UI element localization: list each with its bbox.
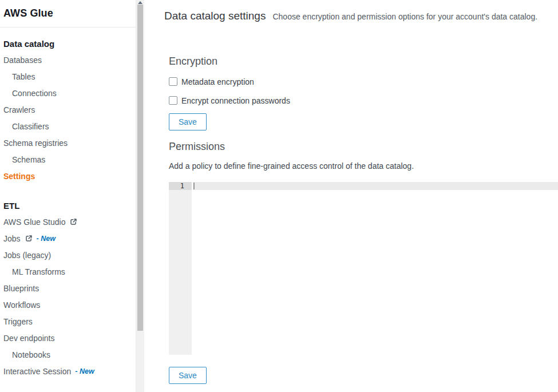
sidebar-item-label: Blueprints — [3, 284, 39, 293]
sidebar-item-ml-transforms[interactable]: ML Transforms — [3, 263, 136, 280]
sidebar-item-label: Tables — [12, 72, 35, 81]
permissions-description: Add a policy to define fine-grained acce… — [169, 161, 558, 171]
sidebar-item-notebooks[interactable]: Notebooks — [3, 346, 136, 363]
sidebar-item-label: Dev endpoints — [3, 334, 55, 343]
sidebar-item-label: Jobs (legacy) — [3, 251, 51, 260]
scrollbar-thumb[interactable] — [137, 5, 143, 331]
sidebar-nav: Data catalog DatabasesTablesConnectionsC… — [0, 39, 136, 379]
sidebar-item-jobs[interactable]: Jobs- New — [3, 230, 136, 247]
nav-list-etl: AWS Glue StudioJobs- NewJobs (legacy)ML … — [3, 213, 136, 379]
sidebar-item-label: Classifiers — [12, 122, 49, 131]
sidebar-item-label: Settings — [3, 172, 35, 181]
nav-heading-data-catalog: Data catalog — [3, 39, 136, 49]
new-badge: - New — [75, 367, 94, 375]
editor-line-number: 1 — [169, 182, 192, 190]
sidebar-item-label: Connections — [12, 89, 57, 98]
encrypt-connection-passwords-checkbox[interactable] — [169, 96, 177, 105]
encrypt-connection-passwords-checkbox-row[interactable]: Encrypt connection passwords — [169, 96, 558, 105]
sidebar-item-label: Interactive Session — [3, 367, 71, 376]
permissions-save-button[interactable]: Save — [169, 367, 207, 384]
page-title: Data catalog settings — [164, 10, 266, 22]
checkbox-label: Encrypt connection passwords — [181, 96, 290, 105]
sidebar-item-settings[interactable]: Settings — [3, 168, 136, 184]
sidebar-header: AWS Glue — [0, 0, 136, 27]
policy-editor[interactable]: 1 — [169, 182, 558, 355]
sidebar-item-classifiers[interactable]: Classifiers — [3, 118, 136, 134]
sidebar-item-label: Workflows — [3, 300, 40, 310]
editor-gutter: 1 — [169, 182, 192, 355]
sidebar-item-label: Jobs — [3, 234, 21, 243]
editor-cursor — [193, 183, 195, 189]
sidebar-item-crawlers[interactable]: Crawlers — [3, 101, 136, 118]
sidebar-item-workflows[interactable]: Workflows — [3, 296, 136, 313]
sidebar-item-dev-endpoints[interactable]: Dev endpoints — [3, 330, 136, 346]
sidebar-item-tables[interactable]: Tables — [3, 68, 136, 85]
scrollbar-up-arrow-icon[interactable] — [138, 1, 143, 4]
page-subtitle: Choose encryption and permission options… — [272, 12, 537, 21]
sidebar-item-interactive-session[interactable]: Interactive Session- New — [3, 363, 136, 379]
encryption-heading: Encryption — [169, 56, 558, 68]
sidebar-item-jobs-legacy[interactable]: Jobs (legacy) — [3, 247, 136, 263]
permissions-heading: Permissions — [169, 141, 558, 153]
app-title: AWS Glue — [3, 7, 53, 19]
page-header: Data catalog settings Choose encryption … — [144, 0, 558, 22]
sidebar-item-schemas[interactable]: Schemas — [3, 151, 136, 168]
nav-heading-etl: ETL — [3, 201, 136, 211]
sidebar-item-label: Databases — [3, 56, 42, 65]
sidebar-item-label: ML Transforms — [12, 267, 65, 276]
sidebar-item-blueprints[interactable]: Blueprints — [3, 280, 136, 296]
metadata-encryption-checkbox[interactable] — [169, 77, 177, 86]
main-content: Data catalog settings Choose encryption … — [144, 0, 558, 392]
sidebar-item-label: Triggers — [3, 317, 33, 326]
sidebar-item-label: Schema registries — [3, 138, 68, 148]
sidebar-item-schema-registries[interactable]: Schema registries — [3, 134, 136, 151]
editor-text[interactable] — [195, 182, 558, 190]
external-link-icon — [25, 235, 33, 242]
new-badge: - New — [37, 235, 56, 243]
nav-section-etl: ETL AWS Glue StudioJobs- NewJobs (legacy… — [3, 201, 136, 379]
app-window: AWS Glue Data catalog DatabasesTablesCon… — [0, 0, 558, 392]
sidebar-item-connections[interactable]: Connections — [3, 85, 136, 101]
sidebar: AWS Glue Data catalog DatabasesTablesCon… — [0, 0, 136, 392]
checkbox-label: Metadata encryption — [181, 77, 254, 86]
nav-list-data-catalog: DatabasesTablesConnectionsCrawlersClassi… — [3, 52, 136, 184]
sidebar-item-triggers[interactable]: Triggers — [3, 313, 136, 330]
sidebar-scrollbar[interactable] — [136, 0, 144, 392]
metadata-encryption-checkbox-row[interactable]: Metadata encryption — [169, 77, 558, 86]
sidebar-item-label: Notebooks — [12, 350, 50, 359]
external-link-icon — [70, 218, 77, 225]
settings-content: Encryption Metadata encryption Encrypt c… — [169, 56, 558, 384]
sidebar-item-aws-glue-studio[interactable]: AWS Glue Studio — [3, 213, 136, 230]
nav-section-data-catalog: Data catalog DatabasesTablesConnectionsC… — [3, 39, 136, 184]
encryption-save-button[interactable]: Save — [169, 113, 207, 130]
sidebar-item-databases[interactable]: Databases — [3, 52, 136, 68]
sidebar-item-label: Crawlers — [3, 105, 35, 114]
sidebar-item-label: AWS Glue Studio — [3, 217, 65, 227]
sidebar-item-label: Schemas — [12, 155, 45, 164]
